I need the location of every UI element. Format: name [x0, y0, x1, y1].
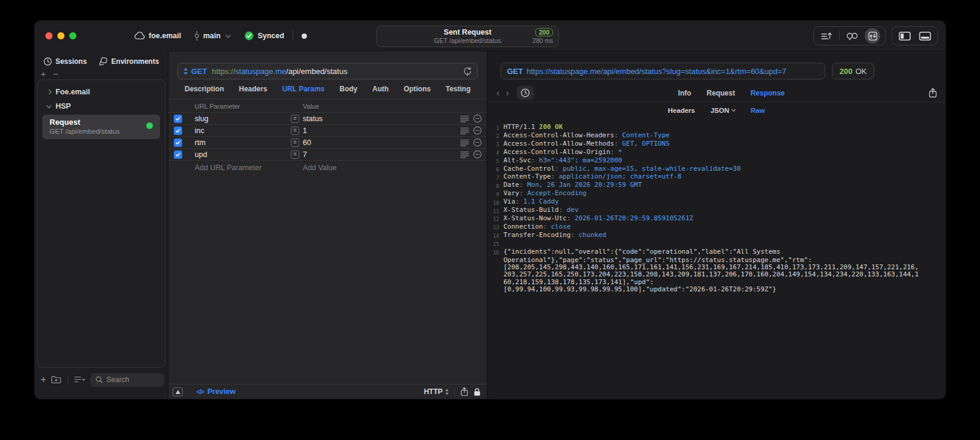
header-name: X-Status-Now-Utc — [503, 214, 567, 222]
line-text: [0,99.94,100,99.93,99.98,99.95,100],"upd… — [503, 286, 776, 293]
response-header-line: 3Access-Control-Allow-Methods: GET, OPTI… — [490, 140, 938, 149]
request-url-bar[interactable]: GET https://statuspage.me/api/embed/stat… — [177, 63, 478, 79]
history-back-button[interactable]: ‹ — [493, 88, 503, 98]
method-stepper-icon[interactable] — [183, 67, 188, 75]
zoom-window-button[interactable] — [69, 32, 76, 39]
request-tab-testing[interactable]: Testing — [446, 85, 471, 93]
tree-item-foe-email[interactable]: Foe.email — [41, 85, 161, 99]
param-row-actions — [454, 126, 482, 135]
dynamic-values-button[interactable] — [844, 28, 860, 44]
http-status: 200 OK — [539, 123, 563, 131]
json-text: [0,99.94,100,99.93,99.98,99.95,100],"upd… — [503, 285, 776, 293]
param-value-cell[interactable]: =7 — [291, 150, 454, 159]
reorder-handle-icon[interactable] — [460, 139, 469, 146]
protocol-selector[interactable]: HTTP — [424, 387, 449, 396]
reorder-handle-icon[interactable] — [460, 127, 469, 134]
history-forward-button[interactable]: › — [503, 88, 512, 98]
collapse-editor-button[interactable] — [173, 387, 183, 396]
header-colon: : — [559, 206, 567, 214]
response-tab-request[interactable]: Request — [706, 89, 735, 97]
param-row-actions — [454, 138, 482, 147]
method-label[interactable]: GET — [191, 67, 207, 76]
new-folder-icon[interactable] — [51, 376, 62, 384]
line-text: X-Status-Now-Utc: 2026-01-26T20:29:59.85… — [503, 215, 693, 223]
toggle-bottom-panel-button[interactable] — [917, 28, 933, 44]
line-number — [490, 264, 499, 271]
export-response-icon[interactable] — [929, 88, 937, 98]
request-tab-body[interactable]: Body — [340, 85, 358, 93]
param-name-field[interactable]: slug — [192, 115, 291, 123]
request-tab-auth[interactable]: Auth — [373, 85, 389, 93]
status-code-badge: 200 — [535, 28, 553, 36]
sent-request-pill[interactable]: Sent Request GET /api/embed/status 200 2… — [376, 26, 559, 47]
response-pane: GET https://statuspage.me/api/embed/stat… — [487, 51, 945, 399]
import-export-button[interactable] — [819, 28, 834, 44]
add-url-parameter-field[interactable]: Add URL Parameter — [192, 164, 291, 172]
param-enabled-checkbox[interactable] — [174, 127, 182, 135]
header-name: Access-Control-Allow-Methods — [503, 140, 614, 147]
remove-row-icon[interactable] — [473, 138, 482, 147]
header-name: Access-Control-Allow-Headers — [503, 131, 614, 139]
param-enabled-checkbox[interactable] — [174, 139, 182, 147]
request-item-title: Request — [50, 118, 154, 127]
line-number: 14 — [490, 232, 499, 240]
request-tab-headers[interactable]: Headers — [239, 85, 267, 93]
request-tab-url-params[interactable]: URL Params — [282, 85, 324, 93]
preview-button[interactable]: </> Preview — [196, 387, 235, 396]
line-number — [490, 271, 499, 278]
param-name-field[interactable]: inc — [192, 127, 291, 135]
search-input[interactable]: Search — [90, 373, 164, 387]
protocol-label: HTTP — [424, 387, 443, 396]
sidebar-item-request[interactable]: Request GET /api/embed/status — [42, 115, 160, 139]
project-menu[interactable]: foe.email — [134, 32, 181, 40]
remove-row-icon[interactable] — [473, 114, 482, 123]
request-tab-options[interactable]: Options — [404, 85, 431, 93]
minimize-window-button[interactable] — [57, 32, 64, 39]
response-tab-info[interactable]: Info — [678, 89, 691, 97]
response-subtab-raw[interactable]: Raw — [751, 107, 765, 114]
add-session-button[interactable]: + — [41, 70, 46, 78]
request-tab-description[interactable]: Description — [185, 85, 224, 93]
response-subtab-headers[interactable]: Headers — [668, 107, 695, 114]
line-number: 8 — [490, 181, 499, 190]
param-enabled-checkbox[interactable] — [174, 150, 182, 159]
tab-sessions[interactable]: Sessions — [44, 57, 87, 66]
remove-row-icon[interactable] — [473, 126, 482, 135]
tab-environments[interactable]: Environments — [99, 57, 159, 66]
lock-icon[interactable] — [474, 387, 481, 396]
line-number: 16 — [490, 248, 499, 257]
line-number — [490, 257, 499, 264]
param-value-cell[interactable]: =60 — [291, 139, 454, 147]
remove-row-icon[interactable] — [473, 150, 482, 159]
sort-filter-icon[interactable] — [74, 376, 85, 383]
remove-session-button[interactable]: − — [53, 70, 59, 78]
sync-requests-button[interactable] — [865, 28, 880, 44]
sync-status[interactable]: Synced — [244, 31, 284, 41]
header-value: 2026-01-26T20:29:59.859105261Z — [575, 214, 693, 222]
history-button[interactable] — [517, 86, 534, 100]
close-window-button[interactable] — [45, 32, 53, 39]
reorder-handle-icon[interactable] — [460, 115, 469, 122]
toggle-left-panel-button[interactable] — [897, 28, 913, 44]
header-value: 1.1 Caddy — [523, 198, 559, 205]
resend-request-icon[interactable] — [463, 67, 472, 76]
header-value: Content-Type — [622, 131, 669, 139]
branch-selector[interactable]: main — [194, 31, 230, 41]
param-value-cell[interactable]: =1 — [291, 127, 454, 135]
add-value-field[interactable]: Add Value — [291, 164, 454, 172]
param-value-cell[interactable]: =status — [291, 115, 454, 123]
response-body[interactable]: 1HTTP/1.1 200 OK2Access-Control-Allow-He… — [487, 119, 945, 294]
tree-item-hsp[interactable]: HSP — [41, 99, 161, 113]
param-name-field[interactable]: upd — [192, 150, 291, 159]
param-name-field[interactable]: rtm — [192, 139, 291, 147]
chevron-down-icon — [226, 32, 231, 37]
response-tab-response[interactable]: Response — [751, 89, 785, 97]
response-url-box[interactable]: GET https://statuspage.me/api/embed/stat… — [500, 63, 825, 79]
param-enabled-checkbox[interactable] — [174, 115, 182, 123]
reorder-handle-icon[interactable] — [460, 151, 469, 158]
line-number: 3 — [490, 140, 499, 149]
new-request-button[interactable]: + — [41, 376, 46, 384]
response-header-line: 12X-Status-Now-Utc: 2026-01-26T20:29:59.… — [490, 215, 938, 223]
response-subtab-json[interactable]: JSON — [711, 107, 735, 114]
share-icon[interactable] — [460, 387, 468, 396]
